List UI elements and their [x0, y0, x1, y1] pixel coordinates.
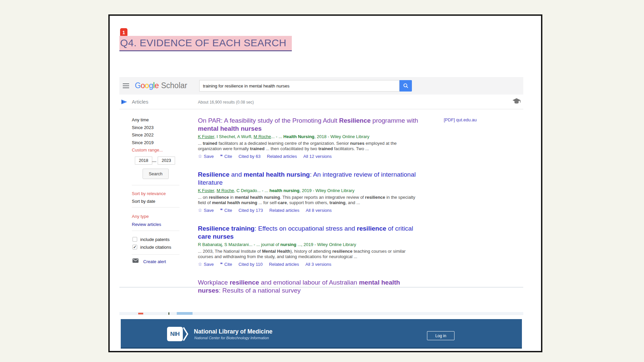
- result-authors-line: R Babanataj, S Mazdarani... - ... journa…: [198, 241, 419, 248]
- filter-since-2019[interactable]: Since 2019: [132, 140, 154, 145]
- search-result: Resilience and mental health nursing: An…: [198, 171, 429, 213]
- result-title-link[interactable]: Resilience training: Effects on occupati…: [198, 225, 423, 241]
- filter-any-time[interactable]: Any time: [132, 117, 149, 122]
- cite-icon: ❝: [220, 207, 223, 213]
- search-result: Resilience training: Effects on occupati…: [198, 225, 429, 267]
- presentation-slide: 1 Q4. EVIDENCE OF EACH SEARCH GoogleScho…: [108, 14, 542, 352]
- clipped-fragment: [138, 313, 143, 314]
- result-action-cited-by-173[interactable]: Cited by 173: [238, 208, 263, 213]
- results-list: On PAR: A feasibility study of the Promo…: [198, 117, 429, 306]
- result-action-related-articles[interactable]: Related articles: [267, 154, 297, 159]
- include-patents-checkbox[interactable]: [132, 237, 137, 242]
- result-authors-line: K Foster, I Shechet, A Wurfl, M Roche...…: [198, 133, 419, 140]
- nih-chevron-icon: [183, 326, 189, 342]
- include-citations-label[interactable]: include citations: [140, 245, 171, 250]
- search-input[interactable]: training for resilience in mental health…: [199, 80, 399, 92]
- nlm-banner: NIH National Library of Medicine Nationa…: [121, 319, 522, 349]
- nlm-subtitle: National Center for Biotechnology Inform…: [194, 336, 269, 340]
- search-result: On PAR: A feasibility study of the Promo…: [198, 117, 429, 159]
- result-title-link[interactable]: Workplace resilience and emotional labou…: [198, 279, 423, 295]
- scholar-header-bar: GoogleScholar training for resilience in…: [119, 77, 523, 95]
- results-bottom-divider: [119, 287, 523, 288]
- result-snippet: ... trained facilitators at a dedicated …: [198, 141, 418, 152]
- google-logo-word: Google: [135, 81, 159, 90]
- clipped-fragment: [168, 312, 169, 315]
- range-to-input[interactable]: [158, 157, 175, 165]
- result-action-cited-by-110[interactable]: Cited by 110: [238, 262, 263, 267]
- result-title-link[interactable]: On PAR: A feasibility study of the Promo…: [198, 117, 423, 133]
- result-title-link[interactable]: Resilience and mental health nursing: An…: [198, 171, 423, 187]
- articles-arrow-icon: [121, 99, 128, 106]
- search-result: Workplace resilience and emotional labou…: [198, 279, 429, 295]
- envelope-icon: [132, 258, 139, 263]
- result-actions: ☆Save❝CiteCited by 173Related articlesAl…: [198, 207, 429, 213]
- graduation-cap-icon[interactable]: [512, 97, 521, 105]
- result-authors-line: K Foster, M Roche, C Delgado... - ... he…: [198, 187, 419, 194]
- range-from-input[interactable]: [135, 157, 152, 165]
- login-button[interactable]: Log in: [427, 331, 454, 340]
- result-action-related-articles[interactable]: Related articles: [269, 208, 300, 213]
- header-divider: [119, 109, 523, 109]
- menu-icon[interactable]: [123, 83, 129, 88]
- search-button[interactable]: [399, 80, 412, 92]
- include-patents-label[interactable]: include patents: [140, 237, 169, 242]
- nlm-title: National Library of Medicine: [194, 328, 272, 335]
- cite-icon: ❝: [220, 261, 223, 267]
- tab-articles[interactable]: Articles: [132, 99, 148, 105]
- result-action-all-8-versions[interactable]: All 8 versions: [306, 208, 331, 213]
- range-search-button[interactable]: Search: [143, 169, 169, 179]
- google-scholar-logo[interactable]: GoogleScholar: [135, 81, 187, 90]
- nih-logo-text: NIH: [167, 327, 183, 341]
- pdf-source-link[interactable]: [PDF] qut.edu.au: [444, 117, 477, 122]
- result-action-all-12-versions[interactable]: All 12 versions: [303, 154, 332, 159]
- filter-since-2023[interactable]: Since 2023: [132, 125, 154, 130]
- filter-any-type[interactable]: Any type: [132, 214, 149, 219]
- cite-icon: ❝: [220, 154, 223, 159]
- result-action-save[interactable]: ☆Save: [198, 207, 214, 213]
- results-summary: About 16,900 results (0.08 sec): [198, 100, 254, 105]
- result-actions: ☆Save❝CiteCited by 110Related articlesAl…: [198, 261, 429, 267]
- result-snippet: ... 2003, The National Institute of Ment…: [198, 249, 418, 259]
- star-icon: ☆: [198, 207, 202, 213]
- filter-custom-range[interactable]: Custom range...: [132, 147, 163, 153]
- clipped-fragment: [177, 312, 193, 315]
- result-action-all-3-versions[interactable]: All 3 versions: [306, 262, 331, 267]
- range-dash: —: [152, 159, 156, 164]
- result-action-cite[interactable]: ❝Cite: [220, 154, 232, 159]
- result-action-save[interactable]: ☆Save: [198, 154, 214, 159]
- star-icon: ☆: [198, 261, 202, 267]
- scholar-logo-word: Scholar: [161, 81, 187, 90]
- sort-by-relevance[interactable]: Sort by relevance: [132, 191, 166, 196]
- filter-since-2022[interactable]: Since 2022: [132, 132, 154, 137]
- result-action-save[interactable]: ☆Save: [198, 261, 214, 267]
- search-icon: [403, 83, 409, 89]
- result-snippet: ... on resilience in mental health nursi…: [198, 195, 418, 205]
- result-action-cited-by-63[interactable]: Cited by 63: [238, 154, 261, 159]
- filter-review-articles[interactable]: Review articles: [132, 222, 161, 227]
- result-actions: ☆Save❝CiteCited by 63Related articlesAll…: [198, 154, 429, 159]
- create-alert-link[interactable]: Create alert: [143, 259, 166, 264]
- page-title: Q4. EVIDENCE OF EACH SEARCH: [119, 36, 292, 51]
- nih-logo: NIH: [167, 326, 189, 342]
- result-action-related-articles[interactable]: Related articles: [269, 262, 299, 267]
- result-action-cite[interactable]: ❝Cite: [220, 207, 232, 213]
- result-action-cite[interactable]: ❝Cite: [220, 261, 232, 267]
- star-icon: ☆: [198, 154, 202, 159]
- sort-by-date[interactable]: Sort by date: [132, 199, 155, 204]
- include-citations-checkbox[interactable]: [132, 245, 137, 249]
